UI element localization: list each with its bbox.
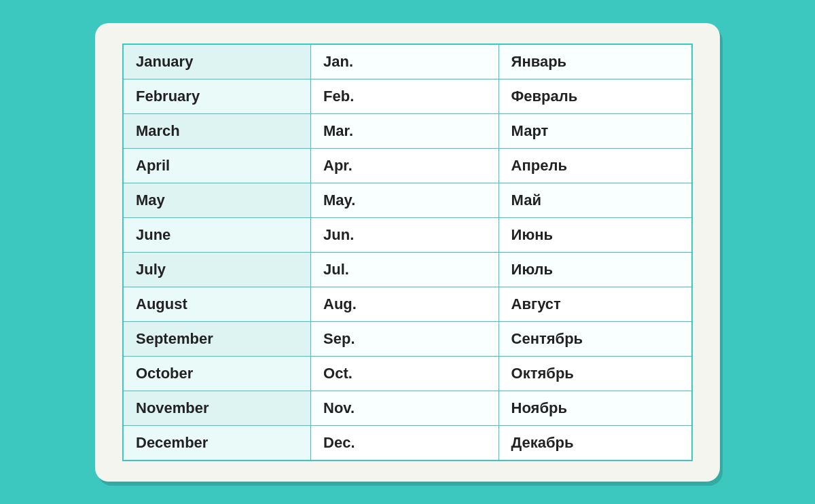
russian-month: Февраль <box>499 79 692 113</box>
table-row: FebruaryFeb.Февраль <box>123 79 692 113</box>
abbreviation: Sep. <box>311 321 499 356</box>
table-row: DecemberDec.Декабрь <box>123 425 692 461</box>
english-month: July <box>123 252 311 287</box>
table-row: JuneJun.Июнь <box>123 217 692 252</box>
table-row: SeptemberSep.Сентябрь <box>123 321 692 356</box>
card: JanuaryJan.ЯнварьFebruaryFeb.ФевральMarc… <box>95 23 720 482</box>
abbreviation: Dec. <box>311 425 499 461</box>
english-month: April <box>123 148 311 183</box>
russian-month: Август <box>499 287 692 321</box>
abbreviation: Nov. <box>311 391 499 425</box>
abbreviation: Jun. <box>311 217 499 252</box>
russian-month: Декабрь <box>499 425 692 461</box>
russian-month: Май <box>499 183 692 217</box>
english-month: January <box>123 44 311 79</box>
english-month: March <box>123 113 311 148</box>
english-month: September <box>123 321 311 356</box>
table-row: AprilApr.Апрель <box>123 148 692 183</box>
russian-month: Март <box>499 113 692 148</box>
abbreviation: Feb. <box>311 79 499 113</box>
english-month: February <box>123 79 311 113</box>
russian-month: Ноябрь <box>499 391 692 425</box>
russian-month: Октябрь <box>499 356 692 391</box>
table-row: JulyJul.Июль <box>123 252 692 287</box>
english-month: June <box>123 217 311 252</box>
table-row: AugustAug.Август <box>123 287 692 321</box>
english-month: November <box>123 391 311 425</box>
russian-month: Январь <box>499 44 692 79</box>
russian-month: Июнь <box>499 217 692 252</box>
russian-month: Июль <box>499 252 692 287</box>
abbreviation: Apr. <box>311 148 499 183</box>
russian-month: Апрель <box>499 148 692 183</box>
table-row: MarchMar.Март <box>123 113 692 148</box>
abbreviation: Mar. <box>311 113 499 148</box>
english-month: December <box>123 425 311 461</box>
abbreviation: Aug. <box>311 287 499 321</box>
table-row: JanuaryJan.Январь <box>123 44 692 79</box>
english-month: October <box>123 356 311 391</box>
english-month: May <box>123 183 311 217</box>
table-row: MayMay.Май <box>123 183 692 217</box>
abbreviation: Jul. <box>311 252 499 287</box>
abbreviation: Jan. <box>311 44 499 79</box>
abbreviation: May. <box>311 183 499 217</box>
english-month: August <box>123 287 311 321</box>
table-row: OctoberOct.Октябрь <box>123 356 692 391</box>
russian-month: Сентябрь <box>499 321 692 356</box>
months-table: JanuaryJan.ЯнварьFebruaryFeb.ФевральMarc… <box>122 43 693 461</box>
abbreviation: Oct. <box>311 356 499 391</box>
table-row: NovemberNov.Ноябрь <box>123 391 692 425</box>
